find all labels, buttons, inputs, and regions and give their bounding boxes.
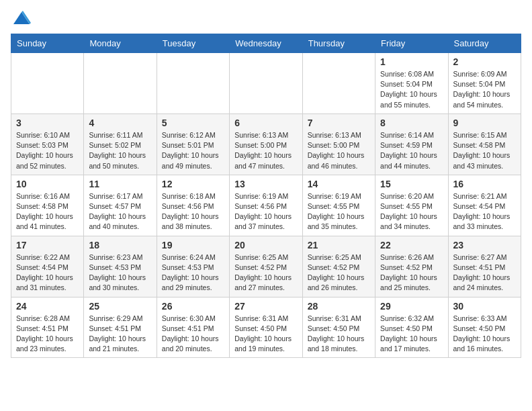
day-number: 8 bbox=[380, 118, 443, 128]
day-number: 28 bbox=[308, 301, 370, 312]
day-info: Sunrise: 6:30 AM Sunset: 4:51 PM Dayligh… bbox=[162, 314, 224, 355]
day-number: 5 bbox=[162, 118, 224, 128]
logo-icon bbox=[12, 11, 31, 26]
calendar-header-wednesday: Wednesday bbox=[230, 34, 302, 53]
day-number: 12 bbox=[162, 179, 224, 189]
calendar-cell bbox=[84, 53, 157, 114]
day-info: Sunrise: 6:31 AM Sunset: 4:50 PM Dayligh… bbox=[308, 314, 370, 355]
day-number: 29 bbox=[380, 301, 443, 312]
calendar-cell: 18Sunrise: 6:23 AM Sunset: 4:53 PM Dayli… bbox=[84, 236, 157, 297]
day-number: 19 bbox=[162, 240, 224, 250]
day-info: Sunrise: 6:18 AM Sunset: 4:56 PM Dayligh… bbox=[162, 191, 224, 232]
calendar-cell: 12Sunrise: 6:18 AM Sunset: 4:56 PM Dayli… bbox=[157, 175, 229, 236]
day-info: Sunrise: 6:17 AM Sunset: 4:57 PM Dayligh… bbox=[89, 191, 151, 232]
day-info: Sunrise: 6:09 AM Sunset: 5:04 PM Dayligh… bbox=[453, 69, 516, 110]
day-number: 2 bbox=[453, 56, 516, 67]
calendar-cell bbox=[157, 53, 229, 114]
day-info: Sunrise: 6:08 AM Sunset: 5:04 PM Dayligh… bbox=[380, 69, 443, 110]
day-number: 16 bbox=[453, 179, 516, 189]
calendar-cell: 6Sunrise: 6:13 AM Sunset: 5:00 PM Daylig… bbox=[230, 113, 302, 175]
calendar-cell: 30Sunrise: 6:33 AM Sunset: 4:50 PM Dayli… bbox=[448, 297, 521, 358]
day-number: 4 bbox=[89, 118, 151, 128]
calendar-cell: 19Sunrise: 6:24 AM Sunset: 4:53 PM Dayli… bbox=[157, 236, 229, 297]
day-number: 23 bbox=[453, 240, 516, 250]
day-info: Sunrise: 6:20 AM Sunset: 4:55 PM Dayligh… bbox=[380, 191, 443, 232]
day-info: Sunrise: 6:11 AM Sunset: 5:02 PM Dayligh… bbox=[89, 130, 151, 171]
calendar-week-1: 3Sunrise: 6:10 AM Sunset: 5:03 PM Daylig… bbox=[11, 113, 521, 175]
calendar-cell: 7Sunrise: 6:13 AM Sunset: 5:00 PM Daylig… bbox=[302, 113, 375, 175]
calendar-cell: 22Sunrise: 6:26 AM Sunset: 4:52 PM Dayli… bbox=[375, 236, 448, 297]
calendar-cell: 14Sunrise: 6:19 AM Sunset: 4:55 PM Dayli… bbox=[302, 175, 375, 236]
day-number: 11 bbox=[89, 179, 151, 189]
calendar-week-2: 10Sunrise: 6:16 AM Sunset: 4:58 PM Dayli… bbox=[11, 175, 521, 236]
day-info: Sunrise: 6:13 AM Sunset: 5:00 PM Dayligh… bbox=[234, 130, 297, 171]
day-info: Sunrise: 6:19 AM Sunset: 4:56 PM Dayligh… bbox=[234, 191, 297, 232]
calendar-cell: 10Sunrise: 6:16 AM Sunset: 4:58 PM Dayli… bbox=[11, 175, 84, 236]
calendar-cell: 15Sunrise: 6:20 AM Sunset: 4:55 PM Dayli… bbox=[375, 175, 448, 236]
day-number: 20 bbox=[234, 240, 297, 250]
calendar-header-tuesday: Tuesday bbox=[157, 34, 229, 53]
calendar-header-monday: Monday bbox=[84, 34, 157, 53]
day-info: Sunrise: 6:31 AM Sunset: 4:50 PM Dayligh… bbox=[234, 314, 297, 355]
day-info: Sunrise: 6:19 AM Sunset: 4:55 PM Dayligh… bbox=[308, 191, 370, 232]
day-number: 24 bbox=[16, 301, 79, 312]
calendar-cell: 26Sunrise: 6:30 AM Sunset: 4:51 PM Dayli… bbox=[157, 297, 229, 358]
day-info: Sunrise: 6:25 AM Sunset: 4:52 PM Dayligh… bbox=[308, 253, 370, 293]
calendar-cell: 2Sunrise: 6:09 AM Sunset: 5:04 PM Daylig… bbox=[448, 53, 521, 114]
day-info: Sunrise: 6:14 AM Sunset: 4:59 PM Dayligh… bbox=[380, 130, 443, 171]
day-info: Sunrise: 6:12 AM Sunset: 5:01 PM Dayligh… bbox=[162, 130, 224, 171]
day-number: 3 bbox=[16, 118, 79, 128]
day-number: 9 bbox=[453, 118, 516, 128]
day-number: 26 bbox=[162, 301, 224, 312]
calendar-week-4: 24Sunrise: 6:28 AM Sunset: 4:51 PM Dayli… bbox=[11, 297, 521, 358]
calendar-cell: 3Sunrise: 6:10 AM Sunset: 5:03 PM Daylig… bbox=[11, 113, 84, 175]
calendar-cell: 28Sunrise: 6:31 AM Sunset: 4:50 PM Dayli… bbox=[302, 297, 375, 358]
calendar-cell: 20Sunrise: 6:25 AM Sunset: 4:52 PM Dayli… bbox=[230, 236, 302, 297]
day-number: 13 bbox=[234, 179, 297, 189]
day-number: 18 bbox=[89, 240, 151, 250]
calendar-cell bbox=[230, 53, 302, 114]
page-header bbox=[11, 11, 521, 26]
calendar-cell bbox=[302, 53, 375, 114]
calendar-header-sunday: Sunday bbox=[11, 34, 84, 53]
calendar-header-thursday: Thursday bbox=[302, 34, 375, 53]
calendar-cell: 25Sunrise: 6:29 AM Sunset: 4:51 PM Dayli… bbox=[84, 297, 157, 358]
day-info: Sunrise: 6:26 AM Sunset: 4:52 PM Dayligh… bbox=[380, 253, 443, 293]
day-number: 7 bbox=[308, 118, 370, 128]
calendar-header-friday: Friday bbox=[375, 34, 448, 53]
day-number: 14 bbox=[308, 179, 370, 189]
day-number: 17 bbox=[16, 240, 79, 250]
day-info: Sunrise: 6:15 AM Sunset: 4:58 PM Dayligh… bbox=[453, 130, 516, 171]
day-number: 27 bbox=[234, 301, 297, 312]
day-info: Sunrise: 6:21 AM Sunset: 4:54 PM Dayligh… bbox=[453, 191, 516, 232]
day-info: Sunrise: 6:25 AM Sunset: 4:52 PM Dayligh… bbox=[234, 253, 297, 293]
calendar-cell: 17Sunrise: 6:22 AM Sunset: 4:54 PM Dayli… bbox=[11, 236, 84, 297]
calendar-cell: 1Sunrise: 6:08 AM Sunset: 5:04 PM Daylig… bbox=[375, 53, 448, 114]
calendar-cell: 13Sunrise: 6:19 AM Sunset: 4:56 PM Dayli… bbox=[230, 175, 302, 236]
day-info: Sunrise: 6:28 AM Sunset: 4:51 PM Dayligh… bbox=[16, 314, 79, 355]
calendar-table: SundayMondayTuesdayWednesdayThursdayFrid… bbox=[11, 34, 521, 358]
calendar-week-0: 1Sunrise: 6:08 AM Sunset: 5:04 PM Daylig… bbox=[11, 53, 521, 114]
day-number: 22 bbox=[380, 240, 443, 250]
calendar-cell: 29Sunrise: 6:32 AM Sunset: 4:50 PM Dayli… bbox=[375, 297, 448, 358]
day-info: Sunrise: 6:22 AM Sunset: 4:54 PM Dayligh… bbox=[16, 253, 79, 293]
day-number: 6 bbox=[234, 118, 297, 128]
day-info: Sunrise: 6:29 AM Sunset: 4:51 PM Dayligh… bbox=[89, 314, 151, 355]
calendar-cell: 21Sunrise: 6:25 AM Sunset: 4:52 PM Dayli… bbox=[302, 236, 375, 297]
logo bbox=[11, 11, 32, 26]
day-number: 25 bbox=[89, 301, 151, 312]
calendar-cell: 9Sunrise: 6:15 AM Sunset: 4:58 PM Daylig… bbox=[448, 113, 521, 175]
calendar-header-saturday: Saturday bbox=[448, 34, 521, 53]
calendar-cell: 23Sunrise: 6:27 AM Sunset: 4:51 PM Dayli… bbox=[448, 236, 521, 297]
day-info: Sunrise: 6:33 AM Sunset: 4:50 PM Dayligh… bbox=[453, 314, 516, 355]
calendar-cell: 11Sunrise: 6:17 AM Sunset: 4:57 PM Dayli… bbox=[84, 175, 157, 236]
day-number: 21 bbox=[308, 240, 370, 250]
day-info: Sunrise: 6:16 AM Sunset: 4:58 PM Dayligh… bbox=[16, 191, 79, 232]
day-number: 30 bbox=[453, 301, 516, 312]
calendar-header-row: SundayMondayTuesdayWednesdayThursdayFrid… bbox=[11, 34, 521, 53]
day-info: Sunrise: 6:10 AM Sunset: 5:03 PM Dayligh… bbox=[16, 130, 79, 171]
calendar-cell: 16Sunrise: 6:21 AM Sunset: 4:54 PM Dayli… bbox=[448, 175, 521, 236]
calendar-cell: 24Sunrise: 6:28 AM Sunset: 4:51 PM Dayli… bbox=[11, 297, 84, 358]
calendar-cell: 27Sunrise: 6:31 AM Sunset: 4:50 PM Dayli… bbox=[230, 297, 302, 358]
calendar-week-3: 17Sunrise: 6:22 AM Sunset: 4:54 PM Dayli… bbox=[11, 236, 521, 297]
